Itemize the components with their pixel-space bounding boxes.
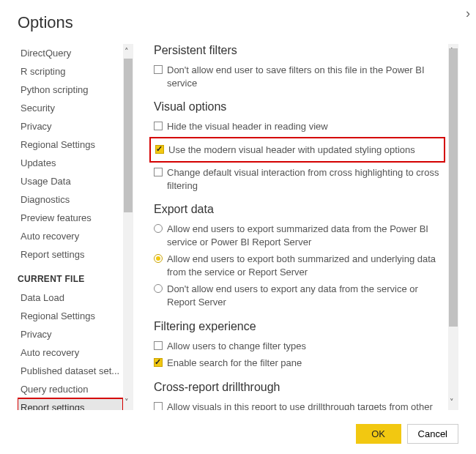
chevron-down-icon[interactable]: ˅: [124, 398, 129, 407]
opt-change-default-interaction[interactable]: Change default visual interaction from c…: [154, 164, 441, 194]
sidebar-item-security[interactable]: Security: [18, 99, 123, 117]
option-label: Allow users to change filter types: [167, 340, 306, 353]
chevron-up-icon[interactable]: ˄: [124, 47, 129, 56]
option-label: Change default visual interaction from c…: [167, 166, 441, 192]
dialog-body: DirectQuery R scripting Python scripting…: [18, 44, 458, 410]
sidebar-item-preview-features[interactable]: Preview features: [18, 209, 123, 227]
checkbox-icon[interactable]: [154, 168, 163, 176]
option-label: Don't allow end users to export any data…: [167, 283, 441, 308]
sidebar-item-published-dataset[interactable]: Published dataset set...: [18, 362, 123, 380]
content-pane: Persistent filters Don't allow end user …: [133, 44, 458, 410]
checkbox-icon[interactable]: [154, 341, 163, 350]
opt-export-both[interactable]: Allow end users to export both summarize…: [154, 250, 441, 280]
section-title-export: Export data: [154, 203, 441, 216]
opt-enable-search-filter-pane[interactable]: Enable search for the filter pane: [154, 354, 441, 372]
sidebar-scrollbar[interactable]: ˄ ˅: [123, 44, 133, 410]
sidebar-item-regional-settings-file[interactable]: Regional Settings: [18, 307, 123, 325]
chevron-right-icon[interactable]: ›: [466, 6, 470, 21]
content-scrollbar[interactable]: ˄ ˅: [448, 44, 458, 410]
radio-icon[interactable]: [154, 224, 163, 233]
opt-persistent-disallow[interactable]: Don't allow end user to save filters on …: [154, 62, 441, 92]
sidebar-item-privacy[interactable]: Privacy: [18, 117, 123, 135]
sidebar-scroll-thumb[interactable]: [124, 59, 133, 212]
sidebar-item-python-scripting[interactable]: Python scripting: [18, 81, 123, 99]
checkbox-icon[interactable]: [154, 65, 163, 74]
chevron-down-icon[interactable]: ˅: [450, 398, 454, 407]
sidebar-item-auto-recovery-file[interactable]: Auto recovery: [18, 343, 123, 362]
sidebar-item-updates[interactable]: Updates: [18, 154, 123, 172]
option-label: Allow end users to export summarized dat…: [167, 223, 441, 248]
opt-export-summarized[interactable]: Allow end users to export summarized dat…: [154, 220, 441, 250]
option-label: Hide the visual header in reading view: [167, 120, 328, 133]
option-label: Enable search for the filter pane: [167, 357, 302, 370]
checkbox-icon[interactable]: [154, 122, 163, 130]
section-title-cross-report: Cross-report drillthrough: [154, 381, 441, 394]
highlight-modern-visual-header: Use the modern visual header with update…: [149, 137, 445, 163]
sidebar-item-usage-data[interactable]: Usage Data: [18, 172, 123, 190]
opt-export-none[interactable]: Don't allow end users to export any data…: [154, 280, 441, 310]
sidebar-item-auto-recovery[interactable]: Auto recovery: [18, 227, 123, 245]
option-label: Allow visuals in this report to use dril…: [167, 401, 441, 410]
sidebar-item-report-settings-global[interactable]: Report settings: [18, 245, 123, 264]
option-label: Allow end users to export both summarize…: [167, 253, 441, 278]
radio-icon[interactable]: [154, 284, 163, 293]
sidebar-item-regional-settings[interactable]: Regional Settings: [18, 135, 123, 154]
sidebar-item-r-scripting[interactable]: R scripting: [18, 62, 123, 81]
cancel-button[interactable]: Cancel: [407, 424, 458, 444]
content-scroll-thumb[interactable]: [449, 48, 458, 327]
radio-checked-icon[interactable]: [154, 254, 163, 263]
section-title-visual: Visual options: [154, 100, 441, 114]
sidebar-item-query-reduction[interactable]: Query reduction: [18, 380, 123, 398]
options-dialog: › Options DirectQuery R scripting Python…: [0, 0, 476, 454]
checkbox-icon[interactable]: [154, 402, 163, 410]
opt-allow-drillthrough[interactable]: Allow visuals in this report to use dril…: [154, 398, 441, 410]
sidebar-item-data-load[interactable]: Data Load: [18, 289, 123, 307]
checkbox-checked-icon[interactable]: [155, 145, 164, 154]
option-label: Don't allow end user to save filters on …: [167, 64, 441, 89]
ok-button[interactable]: OK: [356, 424, 401, 444]
opt-modern-visual-header[interactable]: Use the modern visual header with update…: [155, 141, 439, 159]
sidebar-item-diagnostics[interactable]: Diagnostics: [18, 190, 123, 209]
dialog-title: Options: [18, 13, 458, 32]
sidebar-item-directquery[interactable]: DirectQuery: [18, 44, 123, 62]
section-title-persistent: Persistent filters: [154, 44, 441, 57]
sidebar: DirectQuery R scripting Python scripting…: [18, 44, 133, 410]
option-label: Use the modern visual header with update…: [168, 144, 415, 157]
opt-hide-visual-header[interactable]: Hide the visual header in reading view: [154, 118, 441, 135]
sidebar-section-header: CURRENT FILE: [18, 264, 123, 289]
checkbox-checked-icon[interactable]: [154, 358, 163, 367]
sidebar-item-privacy-file[interactable]: Privacy: [18, 325, 123, 343]
sidebar-item-report-settings-file[interactable]: Report settings: [18, 398, 123, 410]
section-title-filtering: Filtering experience: [154, 320, 441, 333]
opt-change-filter-types[interactable]: Allow users to change filter types: [154, 338, 441, 355]
dialog-footer: OK Cancel: [356, 424, 458, 444]
